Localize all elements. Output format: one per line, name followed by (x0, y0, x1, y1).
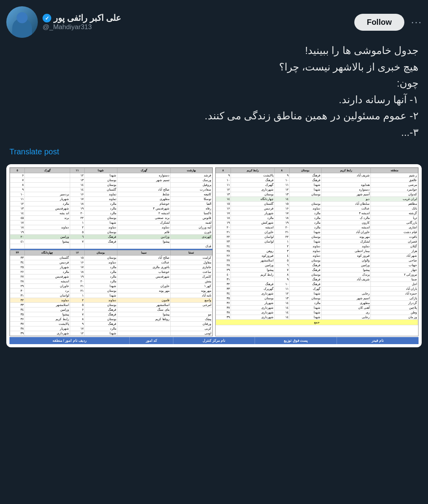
tweet-line-3: چون: (9, 75, 419, 92)
tweet-line-6: ٣-... (9, 124, 419, 141)
footer-control: نام مرکز کنترل (173, 337, 255, 344)
name-text: علی اکبر رائفی پور (54, 13, 121, 23)
tweet-line-4: ١- آنها رسانه دارند. (9, 92, 419, 108)
more-options-icon[interactable]: ⋯ (411, 16, 422, 29)
user-text: علی اکبر رائفی پور @_Mahdiyar313 (43, 13, 121, 31)
display-name: علی اکبر رائفی پور (43, 13, 121, 23)
table-image: منطقه رابط کریم بوستان ٨ رابط کریم ٨ ر.ش… (6, 164, 422, 347)
table-right: بهارشت گهرک شهدا ١١ گهرک ٥ فرشددستوارهشه… (10, 168, 212, 336)
tweet-line-2: هیچ خبری از بالاشهر نیست، چرا؟ (9, 59, 419, 76)
tweet-container: علی اکبر رائفی پور @_Mahdiyar313 Follow … (0, 0, 428, 354)
footer-distribution: پست فوق توزیع (255, 337, 337, 344)
footer-feeder: نام فیدر (337, 337, 419, 344)
translate-link[interactable]: Translate post (6, 147, 422, 156)
verified-badge (43, 14, 51, 22)
avatar (6, 6, 38, 38)
follow-button[interactable]: Follow (354, 14, 404, 31)
username: @_Mahdiyar313 (43, 23, 121, 31)
header-right: Follow ⋯ (354, 14, 422, 31)
tweet-line-5: ٢- عموم مسئولین در همین مناطق زندگی می ک… (9, 108, 419, 124)
table-footer: نام فیدر پست فوق توزیع نام مرکز کنترل کد… (9, 337, 419, 344)
table-left: منطقه رابط کریم بوستان ٨ رابط کریم ٨ ر.ش… (216, 168, 418, 325)
footer-code: کد امور (129, 337, 173, 344)
table-wrapper: منطقه رابط کریم بوستان ٨ رابط کریم ٨ ر.ش… (9, 167, 419, 344)
tweet-header: علی اکبر رائفی پور @_Mahdiyar313 Follow … (6, 6, 422, 38)
tweet-content: جدول خاموشی ها را ببینید! هیچ خبری از با… (6, 43, 422, 141)
tweet-line-1: جدول خاموشی ها را ببینید! (9, 43, 419, 59)
user-info: علی اکبر رائفی پور @_Mahdiyar313 (6, 6, 121, 38)
footer-row: ردیف نام امور / منطقه (9, 337, 129, 344)
